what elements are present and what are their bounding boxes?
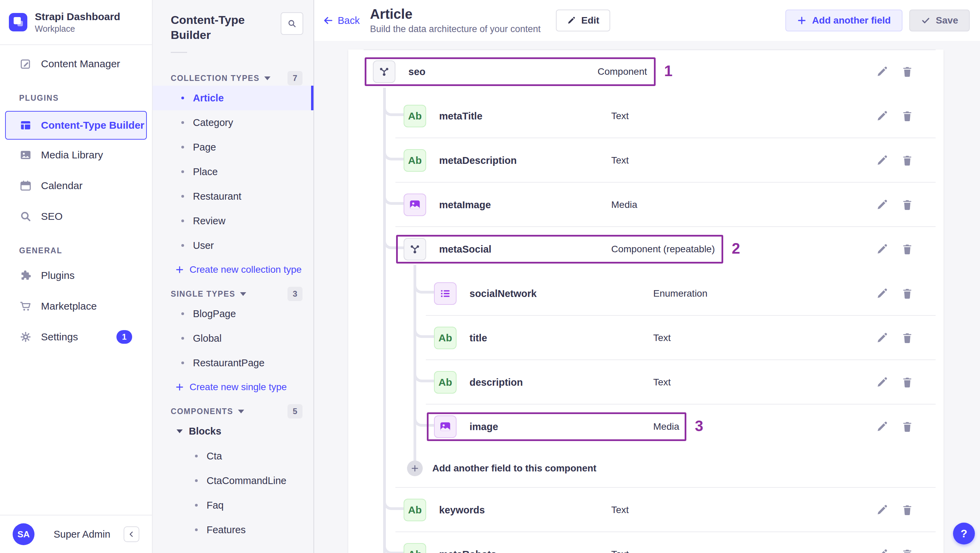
text-field-icon: Ab <box>404 149 426 172</box>
avatar[interactable]: SA <box>13 523 35 545</box>
text-field-icon: Ab <box>434 327 457 349</box>
subnav-item-review[interactable]: Review <box>153 208 313 233</box>
subnav-item-cta[interactable]: Cta <box>153 444 313 468</box>
field-row-metatitle: Ab metaTitle Text <box>348 94 943 138</box>
sidebar-item-plugins[interactable]: Plugins <box>0 260 152 291</box>
field-row-seo: seo Component 1 <box>348 49 943 94</box>
field-row-title: Ab title Text <box>348 316 943 360</box>
calendar-icon <box>19 179 32 192</box>
delete-field-button[interactable] <box>901 65 913 78</box>
bullet-icon <box>195 455 198 458</box>
media-field-icon <box>434 415 457 438</box>
save-button[interactable]: Save <box>909 10 970 32</box>
annotation-number-1: 1 <box>664 62 672 79</box>
edit-field-button[interactable] <box>876 421 888 433</box>
workspace-switcher[interactable]: Strapi Dashboard Workplace <box>0 0 152 45</box>
edit-field-button[interactable] <box>876 376 888 388</box>
media-field-icon <box>404 194 426 216</box>
delete-field-button[interactable] <box>901 288 913 300</box>
subnav-item-ctacommandline[interactable]: CtaCommandLine <box>153 468 313 493</box>
bullet-icon <box>195 504 198 507</box>
strapi-app: Strapi Dashboard Workplace Content Manag… <box>0 0 980 553</box>
delete-field-button[interactable] <box>901 110 913 122</box>
create-single-type-link[interactable]: Create new single type <box>153 375 313 399</box>
subnav-item-user[interactable]: User <box>153 233 313 258</box>
add-field-to-component-button[interactable] <box>407 461 423 476</box>
bullet-icon <box>181 312 184 315</box>
subnav-item-page[interactable]: Page <box>153 135 313 159</box>
subnav-item-article[interactable]: Article <box>153 86 313 110</box>
delete-field-button[interactable] <box>901 154 913 167</box>
subnav-item-category[interactable]: Category <box>153 110 313 135</box>
sidebar-item-calendar[interactable]: Calendar <box>0 170 152 201</box>
sidebar-item-label: Content Manager <box>41 58 120 70</box>
delete-field-button[interactable] <box>901 332 913 344</box>
help-button[interactable]: ? <box>953 523 975 545</box>
sidebar-item-marketplace[interactable]: Marketplace <box>0 291 152 321</box>
add-another-field-button[interactable]: Add another field <box>785 10 902 32</box>
search-button[interactable] <box>281 12 303 35</box>
app-title: Strapi Dashboard <box>35 11 120 23</box>
plus-icon <box>797 16 807 25</box>
field-row-image: image Media 3 <box>348 405 943 449</box>
content-type-builder-subnav: Content-Type Builder COLLECTION TYPES 7 … <box>153 0 314 553</box>
add-field-to-component-row: Add another field to this component <box>348 449 943 488</box>
puzzle-icon <box>19 269 32 282</box>
delete-field-button[interactable] <box>901 376 913 388</box>
fields-card: seo Component 1 Ab metaTitle Text <box>348 49 943 553</box>
delete-field-button[interactable] <box>901 199 913 211</box>
sidebar-item-media-library[interactable]: Media Library <box>0 140 152 170</box>
collection-types-section-header[interactable]: COLLECTION TYPES 7 <box>153 71 313 86</box>
sidebar-item-settings[interactable]: Settings 1 <box>0 321 152 352</box>
edit-button[interactable]: Edit <box>556 10 610 32</box>
edit-field-button[interactable] <box>876 110 888 122</box>
subnav-item-blogpage[interactable]: BlogPage <box>153 302 313 326</box>
field-row-description: Ab description Text <box>348 360 943 405</box>
field-name: metaTitle <box>439 111 611 122</box>
sidebar-item-label: SEO <box>41 211 62 222</box>
edit-field-button[interactable] <box>876 288 888 300</box>
sidebar-item-label: Settings <box>41 331 78 343</box>
field-row-keywords: Ab keywords Text <box>348 488 943 532</box>
create-collection-type-link[interactable]: Create new collection type <box>153 258 313 281</box>
sidebar-item-label: Calendar <box>41 180 83 192</box>
sidebar-item-seo[interactable]: SEO <box>0 201 152 232</box>
edit-field-button[interactable] <box>876 332 888 344</box>
bullet-icon <box>181 361 184 364</box>
subnav-item-place[interactable]: Place <box>153 159 313 184</box>
edit-field-button[interactable] <box>876 243 888 255</box>
edit-field-button[interactable] <box>876 154 888 167</box>
general-section-label: GENERAL <box>0 246 152 255</box>
delete-field-button[interactable] <box>901 504 913 516</box>
content-area: seo Component 1 Ab metaTitle Text <box>314 41 980 553</box>
settings-notification-badge: 1 <box>116 330 132 344</box>
delete-field-button[interactable] <box>901 421 913 433</box>
sidebar-item-content-type-builder[interactable]: Content-Type Builder <box>5 111 147 140</box>
subnav-group-blocks[interactable]: Blocks <box>153 419 313 444</box>
collapse-sidebar-button[interactable] <box>124 526 139 542</box>
subnav-item-global[interactable]: Global <box>153 326 313 351</box>
edit-field-button[interactable] <box>876 199 888 211</box>
cart-icon <box>19 300 32 313</box>
sidebar-item-content-manager[interactable]: Content Manager <box>0 48 152 79</box>
search-icon <box>19 210 32 223</box>
single-types-section-header[interactable]: SINGLE TYPES 3 <box>153 286 313 302</box>
back-button[interactable]: Back <box>323 15 360 26</box>
subnav-item-restaurantpage[interactable]: RestaurantPage <box>153 351 313 375</box>
field-type: Text <box>653 377 671 388</box>
main-sidebar: Strapi Dashboard Workplace Content Manag… <box>0 0 153 553</box>
strapi-logo-icon <box>9 13 27 32</box>
field-type: Text <box>611 111 628 122</box>
delete-field-button[interactable] <box>901 243 913 255</box>
edit-field-button[interactable] <box>876 548 888 553</box>
subnav-item-features[interactable]: Features <box>153 518 313 542</box>
edit-field-button[interactable] <box>876 65 888 78</box>
field-type: Component <box>598 66 647 77</box>
subnav-item-restaurant[interactable]: Restaurant <box>153 184 313 208</box>
subnav-item-faq[interactable]: Faq <box>153 493 313 518</box>
component-icon <box>404 238 426 261</box>
text-field-icon: Ab <box>404 499 426 521</box>
components-section-header[interactable]: COMPONENTS 5 <box>153 404 313 419</box>
delete-field-button[interactable] <box>901 548 913 553</box>
edit-field-button[interactable] <box>876 504 888 516</box>
